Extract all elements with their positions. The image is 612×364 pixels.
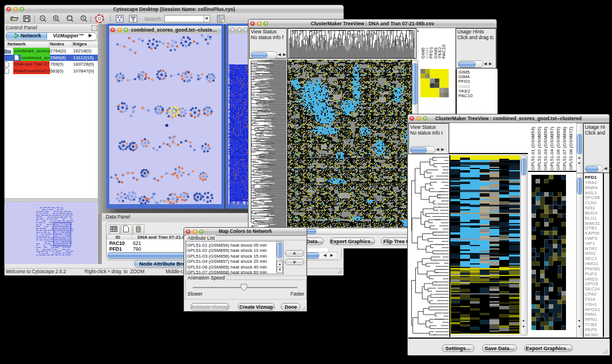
svg-text:Search:: Search: [144,16,162,22]
